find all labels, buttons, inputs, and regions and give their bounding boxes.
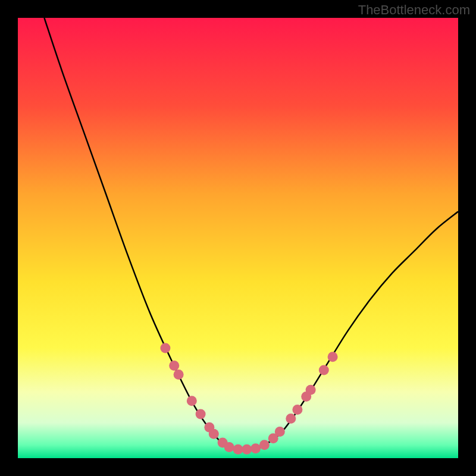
data-marker	[292, 405, 302, 415]
data-marker	[306, 385, 316, 395]
data-marker	[286, 414, 296, 424]
watermark-text: TheBottleneck.com	[358, 2, 470, 18]
plot-area	[18, 18, 458, 458]
data-marker	[275, 427, 285, 437]
data-marker	[187, 396, 197, 406]
data-marker	[328, 352, 338, 362]
data-marker	[209, 429, 219, 439]
data-marker	[242, 444, 252, 455]
data-markers	[160, 343, 337, 455]
data-marker	[259, 440, 270, 450]
data-marker	[233, 444, 243, 455]
data-marker	[169, 361, 179, 371]
data-marker	[250, 443, 261, 453]
data-marker	[174, 369, 184, 380]
curve-layer	[18, 18, 458, 458]
bottleneck-curve	[44, 18, 458, 450]
data-marker	[160, 343, 170, 353]
data-marker	[319, 365, 329, 375]
chart-frame: TheBottleneck.com	[0, 0, 476, 476]
data-marker	[196, 409, 206, 419]
data-marker	[224, 442, 234, 452]
